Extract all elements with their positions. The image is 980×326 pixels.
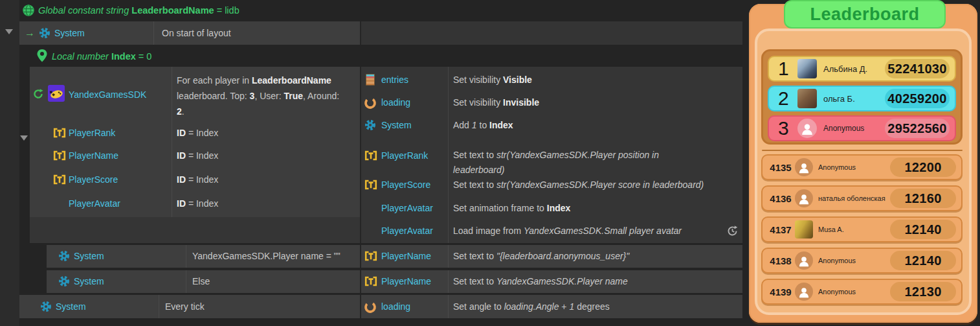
condition-playername[interactable]: ID = Index — [177, 150, 218, 161]
avatar — [797, 59, 817, 78]
action-object-entries[interactable]: entries — [381, 75, 408, 85]
text-object-icon — [53, 174, 66, 185]
player-score: 12140 — [904, 253, 941, 268]
collapse-arrow-icon[interactable] — [20, 135, 28, 141]
object-system[interactable]: System — [74, 276, 104, 286]
action-set-invisible[interactable]: Set visibility Invisible — [453, 97, 539, 108]
local-variable-text[interactable]: Local number Index = 0 — [52, 51, 151, 62]
object-system[interactable]: System — [74, 251, 104, 261]
foreach-loop-icon — [32, 88, 44, 100]
action-object-playeravatar[interactable]: PlayerAvatar — [381, 226, 433, 236]
async-action-icon — [726, 225, 739, 237]
action-object-loading[interactable]: loading — [381, 301, 410, 312]
score-pill: 12140 — [890, 220, 956, 239]
avatar — [795, 158, 813, 176]
condition-playeravatar[interactable]: ID = Index — [177, 198, 218, 209]
rank-label: 3 — [778, 117, 789, 139]
gear-icon — [39, 27, 50, 39]
gear-icon — [364, 119, 376, 131]
text-object-icon — [53, 128, 66, 138]
leaderboard-row: 4139 Anonymous 12130 — [761, 279, 963, 305]
action-object-playername[interactable]: PlayerName — [381, 251, 431, 261]
condition-else[interactable]: Else — [192, 276, 210, 286]
player-score: 52241030 — [887, 62, 946, 76]
avatar — [797, 89, 817, 108]
rank-label: 2 — [778, 87, 789, 110]
player-score: 12160 — [904, 191, 941, 206]
collapse-arrow-icon[interactable] — [5, 29, 13, 34]
globe-icon — [23, 5, 34, 16]
player-name: Альбина Д. — [823, 64, 867, 74]
score-pill: 40259200 — [885, 89, 950, 108]
action-object-loading[interactable]: loading — [381, 97, 410, 108]
action-object-playerscore[interactable]: PlayerScore — [381, 180, 430, 190]
loading-sprite-icon — [364, 97, 377, 110]
object-system[interactable]: System — [54, 28, 85, 38]
avatar — [795, 189, 813, 207]
text-object-icon — [53, 150, 66, 161]
rank-label: 4138 — [768, 255, 794, 266]
condition-on-start[interactable]: On start of layout — [162, 28, 231, 38]
score-pill: 52241030 — [885, 59, 950, 78]
action-object-playeravatar[interactable]: PlayerAvatar — [381, 203, 433, 213]
avatar — [795, 220, 813, 239]
action-set-animation-frame[interactable]: Set animation frame to Index — [453, 203, 570, 213]
leaderboard-row: 4138 Anonymous 12140 — [761, 248, 963, 274]
leaderboard-top3-container: 1 Альбина Д. 52241030 2 ольга Б. 4025920… — [761, 49, 963, 145]
text-object-icon — [364, 180, 377, 190]
object-playerrank[interactable]: PlayerRank — [69, 128, 115, 138]
action-object-playername[interactable]: PlayerName — [381, 276, 431, 286]
player-score: 12130 — [904, 285, 941, 299]
text-object-icon — [364, 276, 377, 286]
gear-icon — [58, 275, 70, 287]
condition-playerscore[interactable]: ID = Index — [177, 174, 218, 185]
action-set-angle[interactable]: Set angle to loading.Angle + 1 degrees — [453, 301, 610, 312]
event-sheet-gutter — [0, 0, 19, 326]
object-yandexgamessdk[interactable]: YandexGamesSDK — [69, 89, 146, 100]
condition-name-empty[interactable]: YandexGamesSDK.Player name = "" — [192, 251, 340, 261]
player-name: наталья оболенская — [818, 194, 885, 202]
action-settext-anonymous[interactable]: Set text to "{leaderboard.anonymous_user… — [453, 251, 629, 261]
rank-label: 4137 — [768, 224, 794, 235]
action-object-playerrank[interactable]: PlayerRank — [381, 150, 428, 161]
action-playerscore-settext[interactable]: Set text to str(YandexGamesSDK.Player sc… — [453, 180, 704, 190]
score-pill: 12140 — [890, 251, 956, 270]
action-object-system[interactable]: System — [381, 120, 412, 130]
loading-sprite-icon — [364, 301, 377, 314]
condition-playerrank[interactable]: ID = Index — [177, 128, 218, 138]
player-score: 12140 — [904, 222, 941, 237]
action-playerrank-settext[interactable]: Set text to str(YandexGamesSDK.Player po… — [453, 148, 699, 178]
person-icon — [797, 255, 810, 268]
object-playername[interactable]: PlayerName — [69, 150, 118, 161]
action-load-image[interactable]: Load image from YandexGamesSDK.Small pla… — [453, 226, 682, 236]
condition-every-tick[interactable]: Every tick — [165, 301, 205, 312]
person-icon — [797, 286, 810, 299]
condition-foreach-text[interactable]: For each player in LeaderboardName leade… — [177, 73, 349, 119]
person-icon — [800, 122, 814, 136]
event-on-start-actions-cell[interactable] — [361, 21, 742, 45]
action-settext-playername[interactable]: Set text to YandexGamesSDK.Player name — [453, 276, 628, 286]
rank-label: 1 — [778, 58, 789, 80]
global-variable-row[interactable]: Global constant string LeaderboardName =… — [19, 0, 742, 21]
action-add-index[interactable]: Add 1 to Index — [453, 120, 513, 130]
player-name: Anonymous — [823, 124, 864, 133]
global-variable-text: Global constant string LeaderboardName =… — [38, 5, 239, 16]
action-set-visible[interactable]: Set visibility Visible — [453, 75, 532, 85]
leaderboard-divider — [762, 150, 963, 151]
object-playerscore[interactable]: PlayerScore — [69, 174, 118, 185]
person-icon — [797, 192, 810, 205]
player-score: 29522560 — [887, 121, 946, 136]
leaderboard-row: 4137 Musa A. 12140 — [761, 216, 963, 242]
object-playeravatar[interactable]: PlayerAvatar — [69, 198, 120, 209]
text-object-icon — [364, 150, 377, 161]
object-system[interactable]: System — [56, 301, 86, 312]
person-icon — [797, 161, 810, 174]
leaderboard-row: 4135 Anonymous 12200 — [761, 154, 963, 180]
score-pill: 12160 — [890, 189, 956, 208]
avatar — [795, 283, 813, 301]
rank-label: 4136 — [768, 193, 794, 204]
player-score: 12200 — [904, 160, 941, 175]
leaderboard-top-row-1: 1 Альбина Д. 52241030 — [768, 56, 956, 82]
leaderboard-top-row-2: 2 ольга Б. 40259200 — [768, 86, 956, 111]
leaderboard-row: 4136 наталья оболенская 12160 — [761, 185, 963, 211]
